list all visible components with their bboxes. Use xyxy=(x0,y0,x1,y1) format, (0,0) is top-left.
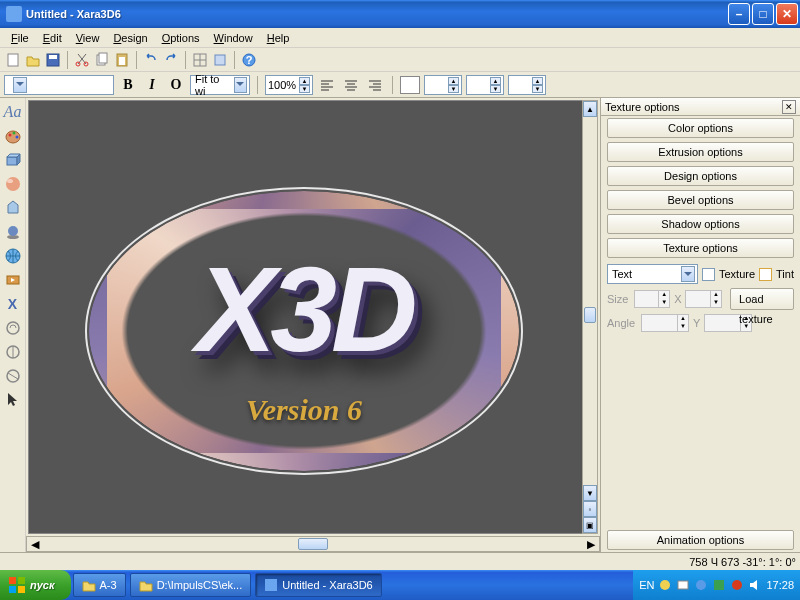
align-center-button[interactable] xyxy=(341,75,361,95)
apply-to-combo[interactable]: Text xyxy=(607,264,698,284)
menu-window[interactable]: Window xyxy=(207,30,260,46)
panel-body: Text Texture Tint Size ▲▼ X ▲▼ Load text… xyxy=(601,260,800,336)
language-indicator[interactable]: EN xyxy=(639,579,654,591)
value-spinner-1[interactable]: ▲▼ xyxy=(424,75,462,95)
bevel-options-button[interactable]: Bevel options xyxy=(607,190,794,210)
fitmode-combo[interactable]: Fit to wi xyxy=(190,75,250,95)
globe-icon[interactable] xyxy=(3,246,23,266)
italic-button[interactable]: I xyxy=(142,75,162,95)
sphere-icon[interactable] xyxy=(3,174,23,194)
canvas[interactable]: X3D Version 6 xyxy=(28,100,598,534)
texture-checkbox[interactable] xyxy=(702,268,715,281)
copy-icon[interactable] xyxy=(93,51,111,69)
x-spinner[interactable]: ▲▼ xyxy=(685,290,722,308)
menu-help[interactable]: Help xyxy=(260,30,297,46)
x-label: X xyxy=(674,293,681,305)
extrusion-options-button[interactable]: Extrusion options xyxy=(607,142,794,162)
shadow-icon[interactable] xyxy=(3,222,23,242)
tray-icon-4[interactable] xyxy=(712,578,726,592)
texture-options-button[interactable]: Texture options xyxy=(607,238,794,258)
design-options-button[interactable]: Design options xyxy=(607,166,794,186)
tray-icon-5[interactable] xyxy=(730,578,744,592)
extrude-icon[interactable] xyxy=(3,150,23,170)
close-button[interactable]: ✕ xyxy=(776,3,798,25)
right-panel: Texture options ✕ Color options Extrusio… xyxy=(600,98,800,552)
taskbar: пуск A-3 D:\ImpulsCS\ek... Untitled - Xa… xyxy=(0,570,800,600)
maximize-button[interactable]: □ xyxy=(752,3,774,25)
svg-rect-48 xyxy=(18,577,25,584)
taskbar-item-1[interactable]: A-3 xyxy=(73,573,126,597)
palette-icon[interactable] xyxy=(3,126,23,146)
vertical-scrollbar[interactable]: ▲ ▼ ◦ ▣ xyxy=(582,100,598,534)
svg-rect-50 xyxy=(18,586,25,593)
value-spinner-2[interactable]: ▲▼ xyxy=(466,75,504,95)
panel-close-icon[interactable]: ✕ xyxy=(782,100,796,114)
svg-point-42 xyxy=(7,322,19,334)
circ1-icon[interactable] xyxy=(3,318,23,338)
x-icon[interactable]: X xyxy=(3,294,23,314)
open-icon[interactable] xyxy=(24,51,42,69)
grid-icon[interactable] xyxy=(191,51,209,69)
circ3-icon[interactable] xyxy=(3,366,23,386)
text-tool-icon[interactable]: Aa xyxy=(3,102,23,122)
bold-button[interactable]: B xyxy=(118,75,138,95)
svg-marker-46 xyxy=(8,393,17,406)
size-label: Size xyxy=(607,293,630,305)
svg-rect-49 xyxy=(9,586,16,593)
cut-icon[interactable] xyxy=(73,51,91,69)
svg-rect-47 xyxy=(9,577,16,584)
paste-icon[interactable] xyxy=(113,51,131,69)
window-title: Untitled - Xara3D6 xyxy=(26,8,726,20)
svg-point-52 xyxy=(660,580,670,590)
volume-icon[interactable] xyxy=(748,578,762,592)
circ2-icon[interactable] xyxy=(3,342,23,362)
svg-rect-6 xyxy=(99,53,107,63)
tray-icon-2[interactable] xyxy=(676,578,690,592)
svg-rect-8 xyxy=(119,57,125,65)
panel-header: Texture options ✕ xyxy=(601,98,800,116)
shadow-options-button[interactable]: Shadow options xyxy=(607,214,794,234)
tools-icon[interactable] xyxy=(211,51,229,69)
new-icon[interactable] xyxy=(4,51,22,69)
titlebar: Untitled - Xara3D6 – □ ✕ xyxy=(0,0,800,28)
bevel-icon[interactable] xyxy=(3,198,23,218)
logo-graphic: X3D Version 6 xyxy=(89,191,519,471)
tint-checkbox[interactable] xyxy=(759,268,772,281)
load-texture-button[interactable]: Load texture xyxy=(730,288,794,310)
menu-file[interactable]: File xyxy=(4,30,36,46)
size-spinner[interactable]: ▲▼ xyxy=(634,290,671,308)
start-button[interactable]: пуск xyxy=(0,570,71,600)
font-combo[interactable] xyxy=(4,75,114,95)
redo-icon[interactable] xyxy=(162,51,180,69)
save-icon[interactable] xyxy=(44,51,62,69)
color-options-button[interactable]: Color options xyxy=(607,118,794,138)
canvas-wrap: X3D Version 6 ▲ ▼ ◦ ▣ ◀ ▶ xyxy=(26,98,600,552)
menu-options[interactable]: Options xyxy=(155,30,207,46)
clock[interactable]: 17:28 xyxy=(766,579,794,591)
oblique-button[interactable]: O xyxy=(166,75,186,95)
align-left-button[interactable] xyxy=(317,75,337,95)
pointer-icon[interactable] xyxy=(3,390,23,410)
svg-rect-51 xyxy=(265,579,277,591)
horizontal-scrollbar[interactable]: ◀ ▶ xyxy=(26,536,600,552)
undo-icon[interactable] xyxy=(142,51,160,69)
minimize-button[interactable]: – xyxy=(728,3,750,25)
value-spinner-3[interactable]: ▲▼ xyxy=(508,75,546,95)
statusbar: 758 Ч 673 -31°: 1°: 0° xyxy=(0,552,800,570)
panel-title: Texture options xyxy=(605,101,680,113)
taskbar-item-3[interactable]: Untitled - Xara3D6 xyxy=(255,573,382,597)
zoom-spinner[interactable]: 100%▲▼ xyxy=(265,75,313,95)
tray-icon-3[interactable] xyxy=(694,578,708,592)
tray-icon-1[interactable] xyxy=(658,578,672,592)
color-swatch-white[interactable] xyxy=(400,76,420,94)
animate-icon[interactable] xyxy=(3,270,23,290)
angle-spinner[interactable]: ▲▼ xyxy=(641,314,689,332)
animation-options-button[interactable]: Animation options xyxy=(607,530,794,550)
menu-design[interactable]: Design xyxy=(106,30,154,46)
main-area: Aa X X3D Version 6 ▲ xyxy=(0,98,800,552)
menu-edit[interactable]: Edit xyxy=(36,30,69,46)
taskbar-item-2[interactable]: D:\ImpulsCS\ek... xyxy=(130,573,252,597)
align-right-button[interactable] xyxy=(365,75,385,95)
help-icon[interactable]: ? xyxy=(240,51,258,69)
menu-view[interactable]: View xyxy=(69,30,107,46)
